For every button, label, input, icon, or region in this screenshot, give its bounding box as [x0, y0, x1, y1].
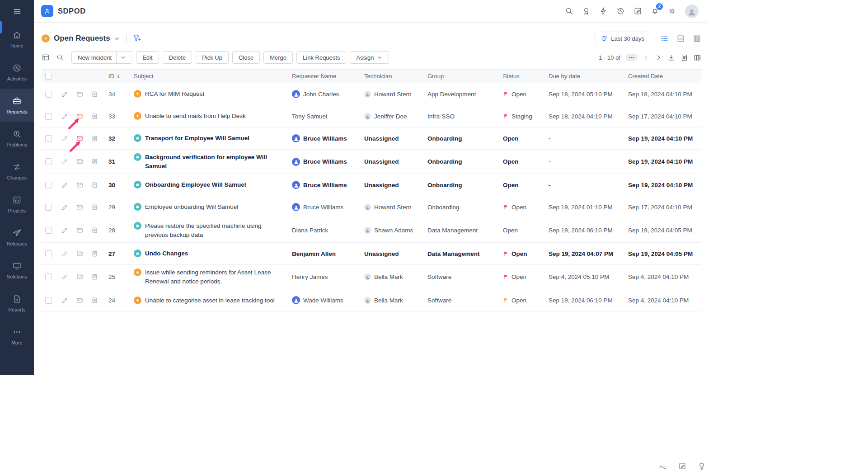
column-header-requester[interactable]: Requester Name: [288, 73, 361, 80]
worklog-notes-icon[interactable]: [91, 91, 98, 98]
column-header-technician[interactable]: Technician: [361, 73, 424, 80]
previous-page-icon[interactable]: [643, 54, 650, 61]
request-id[interactable]: 27: [105, 247, 130, 260]
column-header-id[interactable]: ID: [105, 73, 130, 80]
page-title[interactable]: Open Requests: [54, 34, 110, 43]
request-subject[interactable]: Unable to categorise asset in lease trac…: [145, 296, 275, 305]
close-button[interactable]: Close: [232, 51, 260, 64]
table-row[interactable]: 31Background verification for employee W…: [42, 150, 701, 174]
sidebar-item-projects[interactable]: Projects: [0, 188, 34, 221]
list-view-icon[interactable]: [660, 34, 669, 43]
date-range-filter-button[interactable]: Last 30 days: [595, 32, 650, 45]
send-mail-icon[interactable]: [76, 204, 83, 211]
table-row[interactable]: 33Unable to send mails from Help DeskTon…: [42, 105, 701, 127]
sidebar-item-requests[interactable]: Requests: [0, 89, 34, 122]
worklog-notes-icon[interactable]: [91, 273, 98, 280]
edit-pencil-icon[interactable]: [61, 297, 68, 304]
row-checkbox[interactable]: [45, 227, 52, 234]
sidebar-item-home[interactable]: Home: [0, 23, 34, 56]
request-subject[interactable]: Onboarding Employee Will Samuel: [145, 180, 246, 189]
request-id[interactable]: 31: [105, 155, 130, 168]
request-subject[interactable]: Background verification for employee Wil…: [145, 153, 285, 170]
hamburger-menu-icon[interactable]: [0, 0, 34, 23]
send-mail-icon[interactable]: [76, 113, 83, 120]
feedback-compose-icon[interactable]: [633, 7, 642, 15]
worklog-notes-icon[interactable]: [91, 158, 98, 165]
summary-panel-icon[interactable]: [680, 54, 688, 61]
send-mail-icon[interactable]: [76, 250, 83, 257]
edit-pencil-icon[interactable]: [61, 227, 68, 234]
row-checkbox[interactable]: [45, 182, 52, 189]
edit-pencil-icon[interactable]: [61, 158, 68, 165]
request-id[interactable]: 28: [105, 224, 130, 237]
request-id[interactable]: 29: [105, 201, 130, 214]
row-checkbox[interactable]: [45, 91, 52, 98]
zia-bulb-icon[interactable]: [698, 462, 706, 470]
edit-pencil-icon[interactable]: [61, 135, 68, 142]
column-header-status[interactable]: Status: [499, 73, 545, 80]
edit-button[interactable]: Edit: [136, 51, 159, 64]
signature-icon[interactable]: [659, 462, 667, 470]
edit-pencil-icon[interactable]: [61, 91, 68, 98]
table-row[interactable]: 25Issue while sending reminders for Asse…: [42, 265, 701, 289]
table-row[interactable]: 27Undo ChangesBenjamin AllenUnassignedDa…: [42, 243, 701, 265]
request-id[interactable]: 33: [105, 110, 130, 123]
request-id[interactable]: 32: [105, 132, 130, 145]
worklog-notes-icon[interactable]: [91, 297, 98, 304]
view-selector-chevron-icon[interactable]: [113, 35, 120, 42]
worklog-notes-icon[interactable]: [91, 227, 98, 234]
row-checkbox[interactable]: [45, 113, 52, 120]
edit-pencil-icon[interactable]: [61, 250, 68, 257]
settings-gear-icon[interactable]: [668, 7, 676, 15]
worklog-notes-icon[interactable]: [91, 135, 98, 142]
row-checkbox[interactable]: [45, 250, 52, 257]
whats-new-icon[interactable]: [582, 7, 591, 15]
request-subject[interactable]: Please restore the specified machine usi…: [145, 222, 285, 239]
link-requests-button[interactable]: Link Requests: [296, 51, 346, 64]
edit-pencil-icon[interactable]: [61, 113, 68, 120]
send-mail-icon[interactable]: [76, 297, 83, 304]
send-mail-icon[interactable]: [76, 158, 83, 165]
send-mail-icon[interactable]: [76, 273, 83, 280]
worklog-notes-icon[interactable]: [91, 113, 98, 120]
assign-button[interactable]: Assign: [350, 51, 389, 64]
request-subject[interactable]: Unable to send mails from Help Desk: [145, 112, 246, 121]
column-header-group[interactable]: Group: [424, 73, 499, 80]
next-page-icon[interactable]: [655, 54, 662, 61]
column-settings-icon[interactable]: [694, 54, 701, 61]
feedback-note-icon[interactable]: [678, 462, 686, 470]
send-mail-icon[interactable]: [76, 91, 83, 98]
request-subject[interactable]: Employee onboarding Will Samuel: [145, 203, 238, 212]
export-download-icon[interactable]: [667, 54, 675, 61]
total-count-button[interactable]: ⋯: [626, 54, 638, 61]
edit-pencil-icon[interactable]: [61, 204, 68, 211]
column-header-due[interactable]: Due by date: [545, 73, 624, 80]
column-header-subject[interactable]: Subject: [130, 73, 288, 80]
chevron-down-icon[interactable]: [120, 55, 126, 61]
request-id[interactable]: 24: [105, 294, 130, 307]
sidebar-item-more[interactable]: More: [0, 320, 34, 353]
row-checkbox[interactable]: [45, 158, 52, 165]
add-view-icon[interactable]: [42, 53, 50, 61]
list-search-icon[interactable]: [56, 53, 64, 61]
request-subject[interactable]: Undo Changes: [145, 249, 188, 258]
request-id[interactable]: 25: [105, 270, 130, 283]
table-row[interactable]: 34RCA for MIM RequestJohn CharlesHoward …: [42, 83, 701, 105]
app-logo[interactable]: [41, 5, 53, 17]
sidebar-item-changes[interactable]: Changes: [0, 155, 34, 188]
edit-pencil-icon[interactable]: [61, 273, 68, 280]
new-incident-button[interactable]: New Incident: [71, 51, 132, 64]
select-all-checkbox[interactable]: [45, 73, 52, 80]
notifications-button[interactable]: 2: [651, 6, 659, 16]
row-checkbox[interactable]: [45, 204, 52, 211]
sidebar-item-reports[interactable]: Reports: [0, 287, 34, 320]
sidebar-item-activities[interactable]: Activities: [0, 56, 34, 89]
worklog-notes-icon[interactable]: [91, 250, 98, 257]
row-checkbox[interactable]: [45, 273, 52, 280]
filter-funnel-icon[interactable]: [132, 34, 141, 43]
sidebar-item-solutions[interactable]: Solutions: [0, 254, 34, 287]
send-mail-icon[interactable]: [76, 227, 83, 234]
sort-descending-icon[interactable]: [116, 74, 122, 79]
delete-button[interactable]: Delete: [163, 51, 192, 64]
worklog-notes-icon[interactable]: [91, 204, 98, 211]
